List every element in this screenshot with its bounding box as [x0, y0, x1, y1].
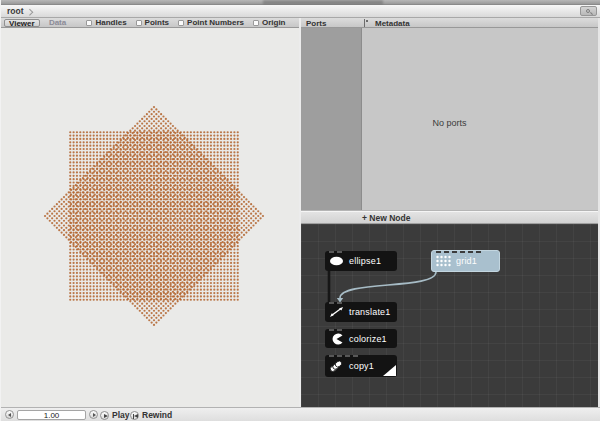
node-translate1[interactable]: translate1 [325, 302, 397, 322]
main-content: Viewer Data HandlesPointsPoint NumbersOr… [1, 18, 600, 407]
input-port-tick[interactable] [329, 329, 334, 331]
input-port-tick[interactable] [345, 355, 350, 357]
transport-bar: 1.00 Play Rewind [1, 407, 600, 421]
ellipse-icon [329, 255, 345, 267]
input-port-tick[interactable] [468, 251, 473, 253]
checkbox-point-numbers[interactable]: Point Numbers [178, 18, 244, 28]
input-port-tick[interactable] [337, 251, 342, 253]
grid-icon [436, 255, 452, 267]
input-port-tick[interactable] [329, 302, 334, 304]
ports-pane: No ports [301, 28, 598, 211]
play-button[interactable]: Play [100, 409, 130, 421]
checkbox-label: Points [145, 18, 169, 27]
input-port-tick[interactable] [444, 251, 449, 253]
checkbox-label: Point Numbers [187, 18, 244, 27]
checkbox-points[interactable]: Points [136, 18, 169, 28]
left-arrow-icon [8, 413, 11, 417]
breadcrumb-item-root[interactable]: root [7, 5, 35, 17]
checkbox-origin[interactable]: Origin [253, 18, 286, 28]
rewind-label: Rewind [142, 410, 172, 420]
tab-data[interactable]: Data [45, 19, 70, 27]
ports-tabbar: Ports Metadata [301, 18, 598, 28]
node-ellipse1[interactable]: ellipse1 [325, 251, 397, 271]
copy-icon [329, 360, 345, 372]
node-label: ellipse1 [349, 256, 381, 266]
breadcrumb-label: root [7, 6, 24, 16]
rewind-button[interactable]: Rewind [130, 409, 172, 421]
checkbox-box-icon[interactable] [136, 20, 142, 26]
network-editor[interactable]: ellipse1grid1translate1colorize1copy1 [301, 224, 598, 407]
node-label: copy1 [349, 361, 374, 371]
viewer-panel: Viewer Data HandlesPointsPoint NumbersOr… [1, 18, 301, 407]
checkbox-box-icon[interactable] [178, 20, 184, 26]
input-port-tick[interactable] [460, 251, 465, 253]
frame-decrement-button[interactable] [5, 410, 14, 419]
play-icon [100, 411, 109, 420]
input-port-tick[interactable] [337, 329, 342, 331]
viewer-canvas-area[interactable] [1, 28, 299, 407]
input-port-tick[interactable] [476, 251, 481, 253]
right-arrow-icon [93, 413, 96, 417]
metadata-header[interactable]: Metadata [375, 19, 410, 28]
input-port-tick[interactable] [353, 355, 358, 357]
play-label: Play [112, 410, 130, 420]
checkbox-label: Origin [262, 18, 286, 27]
input-port-tick[interactable] [436, 251, 441, 253]
nodebox-window: root Viewer Data HandlesPointsPoint Numb… [0, 0, 600, 421]
colorize-icon [329, 333, 345, 345]
node-label: grid1 [456, 256, 477, 266]
dot-pattern-canvas [1, 28, 299, 407]
input-port-tick[interactable] [329, 251, 334, 253]
translate-icon [329, 306, 345, 318]
inspector-panel: Ports Metadata No ports + New Node ellip… [301, 18, 600, 407]
node-copy1[interactable]: copy1 [325, 355, 397, 377]
input-port-tick[interactable] [329, 355, 334, 357]
new-node-label: + New Node [362, 213, 410, 223]
node-label: translate1 [349, 307, 391, 317]
checkbox-handles[interactable]: Handles [86, 18, 126, 28]
viewer-options: HandlesPointsPoint NumbersOrigin [86, 18, 294, 28]
node-label: colorize1 [349, 334, 387, 344]
checkbox-label: Handles [95, 18, 126, 27]
ports-header: Ports [306, 19, 326, 28]
input-port-tick[interactable] [337, 302, 342, 304]
new-node-button[interactable]: + New Node [301, 211, 598, 224]
node-grid1[interactable]: grid1 [431, 250, 500, 272]
breadcrumb: root [1, 5, 600, 18]
rendered-node-flag-icon [383, 365, 396, 376]
address-bar-button[interactable] [580, 6, 597, 16]
frame-increment-button[interactable] [89, 410, 98, 419]
node-colorize1[interactable]: colorize1 [325, 329, 397, 348]
connection-grid1-to-translate1[interactable] [340, 272, 436, 298]
no-ports-message: No ports [301, 118, 598, 128]
search-icon [586, 9, 590, 13]
checkbox-box-icon[interactable] [86, 20, 92, 26]
breadcrumb-chevron-icon [26, 9, 33, 16]
tab-viewer[interactable]: Viewer [4, 19, 40, 27]
column-splitter-grip-icon[interactable] [364, 19, 369, 27]
viewer-tabbar: Viewer Data HandlesPointsPoint NumbersOr… [1, 18, 299, 28]
input-port-tick[interactable] [337, 355, 342, 357]
input-port-tick[interactable] [452, 251, 457, 253]
rewind-icon [130, 411, 139, 420]
checkbox-box-icon[interactable] [253, 20, 259, 26]
frame-field[interactable]: 1.00 [17, 410, 86, 420]
